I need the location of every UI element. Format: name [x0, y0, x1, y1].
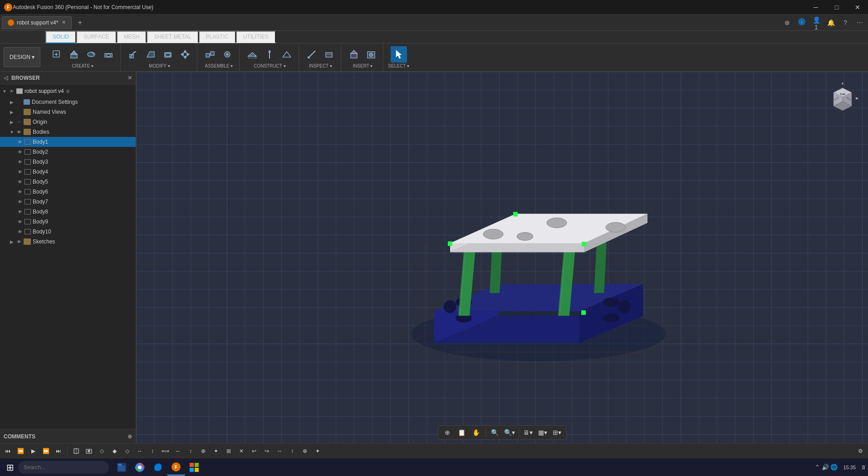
shell-button[interactable] — [160, 46, 176, 63]
capture-button[interactable] — [83, 445, 95, 457]
maximize-button[interactable]: □ — [826, 0, 847, 15]
fillet-button[interactable] — [125, 46, 142, 63]
tree-item-body3[interactable]: 👁 Body3 — [0, 157, 136, 167]
measure-button[interactable] — [304, 46, 320, 63]
eye-icon[interactable]: 👁 — [15, 238, 23, 245]
joint-button[interactable] — [202, 46, 218, 63]
taskbar-app-fusion[interactable]: F — [167, 459, 185, 476]
tab-utilities[interactable]: UTILITIES — [236, 31, 276, 43]
environment-button[interactable]: ⊞▾ — [551, 427, 564, 438]
tool-2[interactable]: ◆ — [108, 445, 120, 457]
eye-icon[interactable]: 👁 — [16, 178, 24, 185]
notification-area[interactable]: 🗓 — [861, 465, 866, 470]
tool-16[interactable]: ↕ — [286, 445, 298, 457]
tree-item-body8[interactable]: 👁 Body8 — [0, 207, 136, 217]
extrude-button[interactable] — [66, 46, 82, 63]
assemble-label[interactable]: ASSEMBLE ▾ — [205, 63, 233, 68]
tool-5[interactable]: ↕ — [147, 445, 158, 457]
tree-item-body10[interactable]: 👁 Body10 — [0, 227, 136, 237]
root-eye[interactable]: 👁 — [8, 87, 15, 95]
notifications-button[interactable]: 🔔 — [824, 16, 837, 29]
tab-mesh[interactable]: MESH — [117, 31, 147, 43]
eye-icon[interactable]: 👁 — [16, 208, 24, 215]
tree-item-named-views[interactable]: ▶ Named Views — [0, 107, 136, 117]
tool-8[interactable]: ↕ — [185, 445, 196, 457]
new-component-button[interactable] — [49, 46, 65, 63]
viewport[interactable]: TOP FRONT RIGHT ▲ ▶ ⊕ 📋 ✋ 🔍 🔍▾ 🖥▾ ▦▾ ⊞▾ — [136, 72, 868, 443]
tool-15[interactable]: ↔ — [274, 445, 285, 457]
taskbar-app-explorer[interactable] — [113, 459, 131, 476]
tool-14[interactable]: ↪ — [261, 445, 273, 457]
eye-icon[interactable]: 👁 — [16, 188, 24, 195]
start-button[interactable]: ⊞ — [2, 459, 18, 476]
tree-item-body1[interactable]: 👁 Body1 — [0, 137, 136, 147]
point-button[interactable] — [279, 46, 295, 63]
go-to-end-button[interactable]: ⏭ — [53, 445, 64, 457]
new-tab-button[interactable]: + — [74, 17, 85, 28]
eye-icon[interactable]: 👁 — [16, 168, 24, 175]
tool-3[interactable]: ◇ — [121, 445, 133, 457]
comments-expand-button[interactable]: ⊕ — [128, 433, 132, 440]
tree-item-origin[interactable]: ▶ 👁 Origin — [0, 117, 136, 127]
zoom-button[interactable]: 🔍 — [489, 427, 501, 438]
tree-item-body7[interactable]: 👁 Body7 — [0, 197, 136, 207]
assemble-icon-2[interactable] — [219, 46, 235, 63]
go-to-start-button[interactable]: ⏮ — [2, 445, 14, 457]
create-label[interactable]: CREATE ▾ — [72, 63, 94, 68]
system-tray[interactable]: ⌃ 🔊 🌐 — [815, 464, 838, 471]
eye-icon[interactable]: 👁 — [16, 138, 24, 146]
tree-item-bodies[interactable]: ▼ 👁 Bodies — [0, 127, 136, 137]
tree-item-body2[interactable]: 👁 Body2 — [0, 147, 136, 157]
display-mode-button[interactable]: 🖥▾ — [522, 427, 535, 438]
tool-9[interactable]: ⊕ — [197, 445, 209, 457]
add-keyframe-button[interactable] — [70, 445, 82, 457]
zoom-dropdown-button[interactable]: 🔍▾ — [503, 427, 516, 438]
tool-17[interactable]: ⊕ — [299, 445, 311, 457]
tool-1[interactable]: ◇ — [96, 445, 108, 457]
tool-11[interactable]: ⊞ — [223, 445, 235, 457]
tree-item-body4[interactable]: 👁 Body4 — [0, 167, 136, 177]
tree-item-body9[interactable]: 👁 Body9 — [0, 217, 136, 227]
construct-label[interactable]: CONSTRUCT ▾ — [254, 63, 285, 68]
axis-button[interactable] — [261, 46, 278, 63]
tool-12[interactable]: ✕ — [235, 445, 247, 457]
inspect-label[interactable]: INSPECT ▾ — [309, 63, 332, 68]
add-button[interactable]: ⊕ — [781, 16, 794, 29]
select-label[interactable]: SELECT ▾ — [388, 63, 409, 68]
grid-button[interactable]: ▦▾ — [536, 427, 549, 438]
tab-plastic[interactable]: PLASTIC — [199, 31, 236, 43]
inspect-icon-2[interactable] — [321, 46, 337, 63]
taskbar-app-edge[interactable] — [149, 459, 167, 476]
viewcube[interactable]: TOP FRONT RIGHT ▲ ▶ — [824, 79, 861, 115]
insert-icon-2[interactable] — [363, 46, 379, 63]
eye-icon[interactable]: 👁 — [15, 118, 23, 126]
account-button[interactable]: 👤 1 — [810, 16, 823, 29]
tab-sheet-metal[interactable]: SHEET METAL — [147, 31, 198, 43]
revolve-button[interactable] — [83, 46, 99, 63]
tree-root-item[interactable]: ▼ 👁 robot support v4 ⚙ — [0, 85, 136, 97]
chamfer-button[interactable] — [142, 46, 159, 63]
taskbar-app-store[interactable] — [185, 459, 203, 476]
tree-item-sketches[interactable]: ▶ 👁 Sketches — [0, 237, 136, 247]
tab-solid[interactable]: SOLID — [45, 31, 76, 43]
tool-6[interactable]: ⟺ — [159, 445, 171, 457]
browser-collapse-button[interactable]: ✕ — [128, 75, 132, 81]
help-button[interactable]: ? — [839, 16, 852, 29]
step-forward-button[interactable]: ⏩ — [40, 445, 52, 457]
modify-label[interactable]: MODIFY ▾ — [149, 63, 170, 68]
eye-icon[interactable]: 👁 — [16, 198, 24, 205]
eye-icon[interactable]: 👁 — [16, 158, 24, 165]
eye-icon[interactable]: 👁 — [16, 228, 24, 235]
minimize-button[interactable]: ─ — [805, 0, 826, 15]
eye-icon[interactable]: 👁 — [16, 148, 24, 155]
more-button[interactable]: ⋯ — [853, 16, 866, 29]
snap-button[interactable]: ⊕ — [441, 427, 454, 438]
tree-item-body6[interactable]: 👁 Body6 — [0, 187, 136, 197]
tool-13[interactable]: ↩ — [248, 445, 260, 457]
tab-surface[interactable]: SURFACE — [76, 31, 117, 43]
root-settings-icon[interactable]: ⚙ — [66, 89, 70, 94]
back-arrow-button[interactable]: ◁ — [4, 75, 8, 81]
offset-plane-button[interactable] — [244, 46, 260, 63]
move-button[interactable] — [177, 46, 193, 63]
select-button[interactable] — [391, 46, 407, 63]
